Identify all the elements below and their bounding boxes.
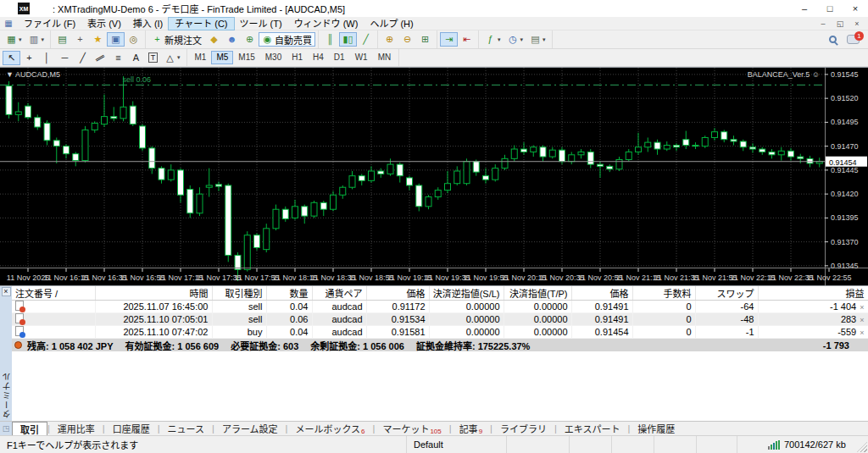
chart-shift-button[interactable]: ⇤: [458, 32, 476, 47]
fibonacci-button[interactable]: ≡: [109, 51, 127, 65]
indicators-button[interactable]: ƒ▾: [481, 32, 504, 47]
column-header[interactable]: 価格: [571, 286, 632, 301]
chart-window[interactable]: sell 0.060.915450.915200.914950.914700.9…: [0, 67, 868, 285]
timeframe-W1[interactable]: W1: [350, 51, 373, 64]
balance-row[interactable]: 残高: 1 058 402 JPY有効証拠金: 1 056 609必要証拠金: …: [12, 339, 868, 351]
menu-item-挿[interactable]: 挿入 (I): [127, 18, 169, 30]
vertical-line-button[interactable]: │: [38, 51, 56, 65]
search-icon[interactable]: [829, 36, 837, 43]
tab-3[interactable]: 口座履歴: [105, 422, 158, 435]
column-header[interactable]: 取引種別: [212, 286, 266, 301]
profiles-icon: ▥: [29, 34, 40, 45]
chart-symbol-label: ▼ AUDCAD,M5: [6, 70, 60, 79]
close-order-icon[interactable]: ×: [860, 329, 864, 337]
tab-label: マーケット: [382, 422, 429, 435]
column-header[interactable]: 数量: [266, 286, 312, 301]
menu-item-ウ[interactable]: ウィンドウ (W): [288, 18, 364, 30]
column-header[interactable]: 決済指値(T/P): [504, 286, 571, 301]
timeframe-M15[interactable]: M15: [233, 51, 259, 64]
time-axis: 11 Nov 202511 Nov 16:1511 Nov 16:3511 No…: [7, 268, 852, 282]
menu-item-チ[interactable]: チャート (C): [169, 18, 233, 30]
community-button[interactable]: ☻: [223, 32, 241, 47]
terminal-button[interactable]: ▣: [107, 32, 125, 47]
new-order-button[interactable]: +新規注文: [148, 32, 205, 47]
close-order-icon[interactable]: ×: [860, 316, 864, 324]
tab-4[interactable]: ニュース: [160, 422, 212, 435]
tab-2[interactable]: 運用比率: [50, 422, 103, 435]
mdi-close-icon[interactable]: ×: [851, 19, 863, 28]
column-header[interactable]: スワップ: [695, 286, 758, 301]
tab-11[interactable]: 操作履歴: [630, 422, 682, 435]
crosshair-tool-button[interactable]: +: [20, 51, 38, 65]
order-cell: sell: [212, 313, 266, 326]
shapes-button[interactable]: △▾: [161, 51, 184, 65]
text-button[interactable]: A: [127, 51, 145, 65]
navigator-button[interactable]: ★: [89, 32, 107, 47]
line-chart-button[interactable]: ╱: [357, 32, 375, 47]
notifications-icon[interactable]: 1: [847, 35, 860, 44]
tab-9[interactable]: ライブラリ: [492, 422, 554, 435]
order-cell: 0.00000: [504, 313, 571, 326]
status-profile[interactable]: Default: [407, 436, 507, 453]
tab-8[interactable]: 記事9: [452, 422, 490, 435]
close-icon[interactable]: ×: [843, 0, 868, 17]
tab-5[interactable]: アラーム設定: [214, 422, 286, 435]
label-button[interactable]: T: [145, 51, 161, 65]
close-order-icon[interactable]: ×: [860, 303, 864, 312]
menu-item-ツ[interactable]: ツール (T): [234, 18, 288, 30]
order-row[interactable]: 2025.11.10 07:47:02buy0.04audcad0.915810…: [12, 326, 868, 339]
metaeditor-button[interactable]: ◆: [205, 32, 223, 47]
periods-button[interactable]: ◷▾: [504, 32, 527, 47]
web-button[interactable]: ⊕: [241, 32, 259, 47]
timeframe-H4[interactable]: H4: [308, 51, 329, 64]
new-chart-button[interactable]: ▦▾: [3, 32, 25, 47]
cursor-button[interactable]: ↖: [3, 51, 20, 65]
menu-item-ヘ[interactable]: ヘルプ (H): [364, 18, 419, 30]
price-chart[interactable]: sell 0.060.915450.915200.914950.914700.9…: [0, 68, 868, 286]
tile-windows-button[interactable]: ⊞: [416, 32, 434, 47]
timeframe-H1[interactable]: H1: [287, 51, 308, 64]
mdi-restore-icon[interactable]: ◱: [834, 19, 846, 28]
order-row[interactable]: 2025.11.07 16:45:00sell0.04audcad0.91172…: [12, 301, 868, 313]
equidistant-channel-button[interactable]: ∥: [92, 51, 109, 65]
order-row[interactable]: 2025.11.10 07:05:01sell0.06audcad0.91534…: [12, 313, 868, 326]
bar-chart-button[interactable]: ║: [321, 32, 339, 47]
timeframe-M5[interactable]: M5: [211, 51, 233, 64]
column-header[interactable]: 手数料: [632, 286, 695, 301]
order-cell: -64: [695, 301, 758, 313]
timeframe-MN[interactable]: MN: [373, 51, 397, 64]
market-watch-button[interactable]: ▤: [53, 32, 71, 47]
templates-button[interactable]: ▤▾: [526, 32, 549, 47]
timeframe-M30[interactable]: M30: [260, 51, 287, 64]
menu-item-表[interactable]: 表示 (V): [81, 18, 127, 30]
trendline-button[interactable]: ╱: [74, 51, 92, 65]
column-header[interactable]: 時間: [95, 286, 212, 301]
tab-7[interactable]: マーケット105: [375, 422, 448, 435]
column-header[interactable]: 注文番号 /: [12, 286, 95, 301]
balance-segment: 必要証拠金: 603: [231, 339, 298, 352]
timeframe-M1[interactable]: M1: [190, 51, 212, 64]
column-header[interactable]: 価格: [366, 286, 429, 301]
column-header[interactable]: 損益: [758, 286, 868, 301]
tab-10[interactable]: エキスパート: [557, 422, 628, 435]
strategy-tester-button[interactable]: ◎: [125, 32, 142, 47]
data-window-button[interactable]: +: [71, 32, 89, 47]
candle-chart-button[interactable]: ▮▯: [339, 32, 357, 47]
mdi-minimize-icon[interactable]: –: [817, 19, 829, 28]
auto-scroll-button[interactable]: ⇥: [440, 32, 458, 47]
terminal-close-icon[interactable]: ×: [2, 287, 11, 296]
column-header[interactable]: 通貨ペア: [312, 286, 366, 301]
timeframe-D1[interactable]: D1: [329, 51, 350, 64]
menu-item-フ[interactable]: ファイル (F): [18, 18, 81, 30]
maximize-icon[interactable]: □: [817, 0, 843, 17]
zoom-in-button[interactable]: ⊕: [381, 32, 398, 47]
horizontal-line-button[interactable]: ─: [56, 51, 74, 65]
column-header[interactable]: 決済逆指値(S/L): [429, 286, 504, 301]
tab-6[interactable]: メールボックス6: [287, 422, 372, 435]
auto-trading-button[interactable]: ◉自動売買: [259, 32, 315, 47]
minimize-icon[interactable]: –: [792, 0, 817, 17]
metaeditor-icon: ◆: [209, 34, 220, 45]
zoom-out-button[interactable]: ⊖: [398, 32, 416, 47]
profiles-button[interactable]: ▥▾: [25, 32, 48, 47]
tab-1[interactable]: 取引: [12, 422, 47, 435]
